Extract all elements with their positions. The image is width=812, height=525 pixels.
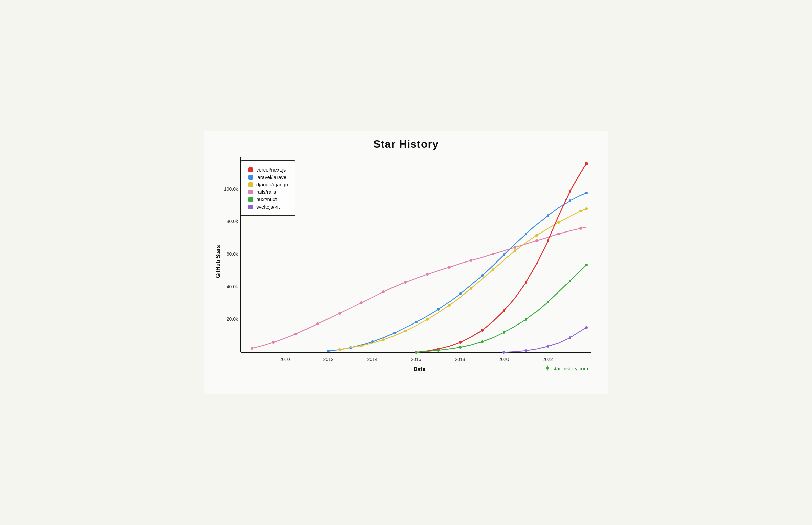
svg-text:100.0k: 100.0k [224, 186, 238, 192]
svg-point-47 [382, 338, 385, 341]
svg-point-56 [579, 210, 582, 212]
svg-point-40 [503, 253, 506, 256]
legend-label-django: django/django [256, 182, 288, 188]
svg-point-21 [360, 301, 363, 304]
svg-text:Date: Date [414, 366, 425, 372]
legend-dot-laravel [248, 175, 253, 180]
svg-point-48 [404, 330, 407, 332]
svg-point-80 [585, 326, 588, 329]
svg-text:2018: 2018 [454, 357, 465, 362]
svg-point-37 [437, 308, 440, 311]
svg-text:60.0k: 60.0k [227, 251, 238, 257]
svg-point-61 [481, 329, 483, 332]
svg-point-22 [382, 290, 385, 293]
legend-dot-rails [248, 190, 253, 194]
svg-text:80.0k: 80.0k [227, 219, 238, 224]
svg-point-41 [525, 232, 527, 235]
chart-area: vercel/next.js laravel/laravel django/dj… [214, 154, 598, 383]
svg-point-25 [448, 266, 450, 269]
watermark: ✶ star-history.com [544, 364, 588, 373]
legend-dot-nuxt [248, 197, 253, 202]
svg-point-45 [338, 348, 341, 351]
svg-point-36 [415, 321, 418, 324]
legend-label-rails: rails/rails [256, 189, 276, 195]
svg-point-28 [513, 246, 516, 249]
chart-container: Star History vercel/next.js laravel/lara… [204, 131, 608, 394]
svg-text:2022: 2022 [542, 357, 553, 362]
svg-point-44 [585, 192, 588, 194]
svg-point-39 [481, 274, 483, 277]
svg-point-24 [426, 273, 429, 276]
svg-point-18 [294, 333, 297, 335]
svg-point-73 [547, 301, 549, 303]
svg-point-71 [503, 331, 506, 334]
svg-point-29 [536, 239, 538, 242]
legend-label-laravel: laravel/laravel [256, 174, 288, 180]
svg-point-78 [547, 345, 549, 348]
svg-text:GitHub Stars: GitHub Stars [215, 245, 221, 278]
legend-label-svelte: sveltejs/kit [256, 204, 279, 210]
svg-point-64 [547, 239, 549, 242]
watermark-text: star-history.com [552, 365, 588, 371]
svg-point-63 [525, 281, 527, 284]
svg-point-50 [448, 304, 450, 306]
svg-text:2012: 2012 [323, 357, 334, 362]
legend-item-svelte: sveltejs/kit [248, 204, 288, 210]
svg-point-77 [525, 349, 527, 352]
legend-dot-svelte [248, 205, 253, 209]
svg-point-16 [250, 347, 253, 350]
legend-item-nextjs: vercel/next.js [248, 167, 288, 172]
svg-point-52 [492, 268, 494, 271]
svg-point-26 [470, 259, 473, 262]
svg-point-72 [525, 318, 527, 321]
watermark-star-icon: ✶ [544, 364, 550, 373]
svg-text:2014: 2014 [367, 357, 377, 362]
svg-point-19 [316, 322, 319, 325]
svg-point-66 [585, 162, 588, 165]
svg-point-67 [415, 351, 418, 354]
svg-point-69 [459, 346, 462, 349]
svg-point-60 [459, 341, 462, 344]
svg-point-30 [557, 232, 560, 235]
svg-point-51 [470, 287, 473, 290]
svg-point-57 [585, 207, 588, 210]
svg-point-74 [568, 280, 571, 282]
svg-point-35 [393, 332, 396, 334]
legend-item-laravel: laravel/laravel [248, 174, 288, 180]
svg-text:40.0k: 40.0k [227, 284, 238, 289]
legend-item-nuxt: nuxt/nuxt [248, 196, 288, 202]
svg-point-62 [503, 309, 506, 312]
svg-text:2016: 2016 [411, 357, 421, 362]
legend-dot-django [248, 182, 253, 187]
legend-item-django: django/django [248, 182, 288, 188]
svg-point-46 [360, 344, 363, 347]
svg-point-23 [404, 281, 407, 284]
legend-label-nuxt: nuxt/nuxt [256, 196, 277, 202]
svg-text:2020: 2020 [498, 357, 509, 362]
svg-point-53 [513, 249, 516, 252]
svg-point-38 [459, 292, 462, 295]
legend-dot-nextjs [248, 167, 253, 172]
svg-text:20.0k: 20.0k [227, 316, 238, 322]
chart-title: Star History [214, 138, 598, 150]
svg-point-32 [327, 350, 330, 352]
svg-point-55 [557, 221, 560, 224]
legend-item-rails: rails/rails [248, 189, 288, 195]
svg-point-68 [437, 349, 440, 352]
svg-point-65 [568, 190, 571, 193]
svg-point-79 [568, 336, 571, 339]
svg-point-75 [585, 264, 588, 266]
legend-label-nextjs: vercel/next.js [256, 167, 286, 172]
svg-point-76 [503, 351, 505, 354]
svg-point-70 [481, 340, 483, 343]
svg-point-31 [579, 227, 582, 230]
svg-point-54 [536, 234, 538, 237]
svg-point-49 [426, 318, 429, 321]
legend: vercel/next.js laravel/laravel django/dj… [241, 161, 295, 216]
svg-point-17 [272, 341, 275, 344]
svg-point-20 [338, 312, 341, 315]
svg-point-43 [568, 199, 571, 202]
svg-text:2010: 2010 [279, 357, 290, 362]
svg-point-42 [547, 214, 549, 217]
svg-point-27 [492, 253, 494, 255]
